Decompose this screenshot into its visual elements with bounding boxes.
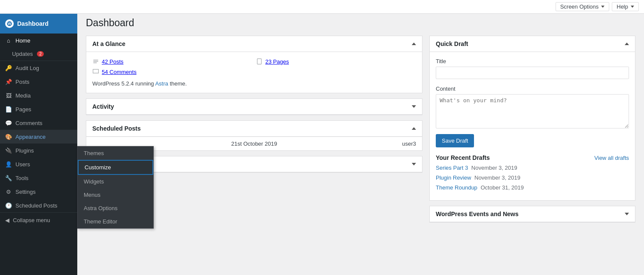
svg-text:W: W — [8, 21, 11, 26]
sidebar-item-posts[interactable]: 📌 Posts — [0, 75, 77, 89]
users-icon: 👤 — [5, 161, 12, 168]
sidebar-home-label: Home — [15, 37, 30, 44]
posts-icon: 📌 — [5, 78, 12, 85]
at-a-glance-title: At a Glance — [92, 40, 125, 47]
submenu-menus-label: Menus — [84, 192, 100, 198]
svg-rect-2 — [257, 59, 261, 64]
collapse-icon: ◀ — [5, 217, 9, 223]
audit-log-icon: 🔑 — [5, 64, 12, 71]
sidebar-item-plugins[interactable]: 🔌 Plugins — [0, 144, 77, 157]
posts-count-link[interactable]: 42 Posts — [102, 58, 124, 65]
theme-link[interactable]: Astra — [155, 80, 168, 87]
comments-count: 54 Comments — [102, 69, 137, 75]
posts-count: 42 Posts — [102, 58, 124, 65]
screen-options-label: Screen Options — [560, 3, 599, 10]
sidebar-item-home[interactable]: ⌂ Home — [0, 34, 77, 47]
sidebar-item-scheduled-posts[interactable]: 🕐 Scheduled Posts — [0, 199, 77, 212]
quick-draft-widget: Quick Draft Title Content Save Draft You… — [429, 36, 635, 201]
sidebar-media-label: Media — [15, 92, 30, 99]
view-all-drafts-link[interactable]: View all drafts — [594, 155, 629, 161]
security-audit-collapse-icon[interactable] — [412, 163, 416, 165]
theme-suffix: theme. — [168, 80, 187, 87]
sidebar-item-comments[interactable]: 💬 Comments — [0, 116, 77, 130]
at-a-glance-collapse-icon[interactable] — [412, 43, 416, 45]
draft-1-date: November 3, 2019 — [471, 165, 517, 171]
sidebar-item-settings[interactable]: ⚙ Settings — [0, 185, 77, 199]
submenu-themes-label: Themes — [84, 150, 104, 156]
sidebar-logo[interactable]: W Dashboard — [0, 14, 77, 34]
sidebar-item-audit-log[interactable]: 🔑 Audit Log — [0, 61, 77, 75]
submenu-theme-editor-label: Theme Editor — [84, 218, 117, 225]
media-icon: 🖼 — [5, 92, 12, 99]
settings-icon: ⚙ — [5, 188, 12, 195]
comments-count-link[interactable]: 54 Comments — [102, 69, 137, 75]
content-label: Content — [436, 86, 629, 92]
draft-1-link[interactable]: Series Part 3 — [436, 165, 468, 171]
sidebar-item-updates[interactable]: Updates 2 — [0, 47, 77, 61]
sidebar-item-media[interactable]: 🖼 Media — [0, 89, 77, 102]
sidebar-posts-label: Posts — [15, 79, 30, 85]
draft-2-link[interactable]: Plugin Review — [436, 174, 471, 181]
draft-item-1: Series Part 3 November 3, 2019 — [436, 165, 629, 171]
wp-events-collapse-icon[interactable] — [625, 213, 629, 215]
wp-version: WordPress 5.2.4 running — [92, 80, 155, 87]
draft-content-input[interactable] — [436, 94, 629, 128]
main-content: Dashboard At a Glance 42 Posts — [77, 14, 644, 275]
activity-title: Activity — [92, 103, 114, 110]
scheduled-posts-header: Scheduled Posts — [86, 121, 422, 137]
submenu-widgets-label: Widgets — [84, 178, 104, 185]
draft-title-input[interactable] — [436, 67, 629, 79]
scheduled-posts-collapse-icon[interactable] — [412, 127, 416, 130]
submenu-customize[interactable]: Customize — [78, 160, 153, 175]
tools-icon: 🔧 — [5, 174, 12, 181]
submenu-astra-options-label: Astra Options — [84, 205, 118, 211]
submenu-customize-label: Customize — [85, 164, 111, 171]
at-a-glance-body: 42 Posts 23 Pages 54 Comments — [86, 52, 422, 93]
quick-draft-title: Quick Draft — [436, 40, 468, 47]
wp-events-header: WordPress Events and News — [430, 206, 635, 222]
pages-count-link[interactable]: 23 Pages — [265, 58, 289, 65]
glance-pages[interactable]: 23 Pages — [256, 58, 416, 65]
recent-drafts-header: Your Recent Drafts View all drafts — [436, 154, 629, 161]
draft-item-3: Theme Roundup October 31, 2019 — [436, 184, 629, 191]
help-button[interactable]: Help — [612, 2, 639, 11]
home-icon: ⌂ — [5, 37, 12, 44]
activity-collapse-icon[interactable] — [412, 105, 416, 108]
appearance-submenu: Themes Customize Widgets Menus Astra Opt… — [77, 146, 154, 229]
glance-comments[interactable]: 54 Comments — [92, 68, 252, 75]
sidebar-item-appearance[interactable]: 🎨 Appearance — [0, 130, 77, 144]
main-inner: At a Glance 42 Posts 23 Pages — [77, 29, 644, 229]
sidebar-collapse[interactable]: ◀ Collapse menu — [0, 212, 77, 228]
scheduled-post-date: 21st October 2019 — [202, 141, 306, 147]
submenu-menus[interactable]: Menus — [78, 188, 153, 202]
save-draft-button[interactable]: Save Draft — [436, 134, 474, 147]
appearance-icon: 🎨 — [5, 133, 12, 140]
sidebar-users-label: Users — [15, 161, 30, 168]
comments-glance-icon — [92, 68, 99, 75]
wp-version-text: WordPress 5.2.4 running Astra theme. — [92, 80, 416, 87]
updates-badge: 2 — [37, 51, 44, 57]
quick-draft-collapse-icon[interactable] — [625, 43, 629, 45]
submenu-themes[interactable]: Themes — [78, 147, 153, 160]
draft-3-link[interactable]: Theme Roundup — [436, 184, 477, 191]
sidebar-pages-label: Pages — [15, 106, 31, 113]
activity-header: Activity — [86, 99, 422, 115]
draft-2-date: November 3, 2019 — [474, 174, 520, 181]
glance-posts[interactable]: 42 Posts — [92, 58, 252, 65]
sidebar-item-users[interactable]: 👤 Users — [0, 157, 77, 171]
submenu-theme-editor[interactable]: Theme Editor — [78, 215, 153, 228]
at-a-glance-header: At a Glance — [86, 36, 422, 52]
sidebar-item-pages[interactable]: 📄 Pages — [0, 102, 77, 116]
pages-glance-icon — [256, 58, 263, 65]
submenu-widgets[interactable]: Widgets — [78, 175, 153, 188]
activity-widget: Activity — [86, 98, 422, 115]
page-title: Dashboard — [77, 14, 644, 29]
screen-options-button[interactable]: Screen Options — [556, 2, 610, 11]
submenu-astra-options[interactable]: Astra Options — [78, 202, 153, 215]
recent-drafts-title: Your Recent Drafts — [436, 154, 490, 161]
posts-glance-icon — [92, 58, 99, 65]
sidebar-tools-label: Tools — [15, 175, 28, 181]
help-label: Help — [617, 3, 628, 10]
sidebar-item-tools[interactable]: 🔧 Tools — [0, 171, 77, 185]
app-layout: W Dashboard ⌂ Home Updates 2 🔑 Audit Log… — [0, 14, 644, 275]
